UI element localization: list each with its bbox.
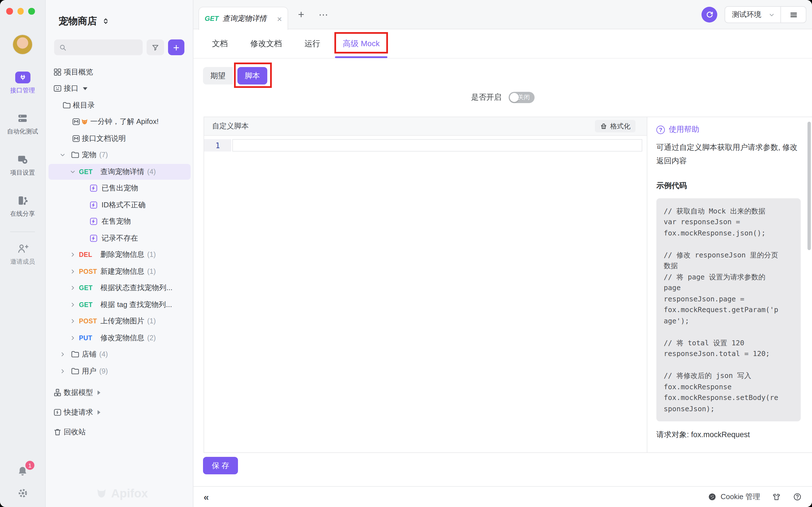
tree-row[interactable]: 接口 (46, 80, 193, 97)
tree-row[interactable]: 记录不存在 (46, 230, 193, 246)
item-count: (4) (147, 168, 156, 176)
filter-icon (151, 43, 160, 52)
sync-icon (705, 10, 714, 19)
tree-row[interactable]: POST上传宠物图片(1) (46, 313, 193, 330)
caret-right-icon (98, 390, 100, 395)
tree-row[interactable]: 根目录 (46, 97, 193, 114)
sync-button[interactable] (702, 7, 717, 22)
window-controls (0, 0, 45, 14)
add-new-button[interactable]: + (168, 40, 185, 55)
tree-item-label: 数据模型 (64, 388, 100, 398)
doc-tab-高级 Mock[interactable]: 高级 Mock (343, 29, 380, 58)
tree-row[interactable]: PUT修改宠物信息(2) (46, 330, 193, 346)
tab-more-button[interactable]: ⋯ (315, 0, 332, 29)
doc-tab-文档[interactable]: 文档 (212, 29, 228, 58)
environment-select[interactable]: 测试环境 (725, 6, 781, 23)
tree-row[interactable]: 店铺(4) (46, 346, 193, 363)
chevron-down-icon[interactable] (70, 169, 75, 175)
tree-item-label: 删除宠物信息(1) (100, 250, 156, 260)
new-tab-button[interactable]: + (294, 0, 308, 29)
request-tab[interactable]: GET 查询宠物详情 × (199, 7, 288, 30)
close-tab-icon[interactable]: × (277, 14, 282, 23)
enable-toggle[interactable]: 关闭 (508, 92, 534, 103)
current-line[interactable] (232, 139, 642, 152)
method-badge: GET (79, 301, 93, 308)
chevron-right-icon[interactable] (70, 302, 75, 307)
tree-item-label: 根据状态查找宠物列... (100, 283, 172, 293)
format-button[interactable]: 格式化 (595, 120, 636, 132)
item-count: (1) (147, 268, 156, 276)
method-badge: PUT (79, 335, 92, 341)
user-avatar[interactable] (13, 35, 32, 54)
tree-row[interactable]: 已售出宠物 (46, 180, 193, 196)
rail-item-online-share[interactable]: 在线分享 (0, 194, 45, 218)
cubes-icon (53, 388, 62, 397)
tree-row[interactable]: GET查询宠物详情(4) (46, 163, 193, 180)
chevron-right-icon[interactable] (70, 335, 75, 341)
method-badge: DEL (79, 251, 92, 258)
settings-button[interactable] (17, 487, 29, 499)
tree-row[interactable]: POST新建宠物信息(1) (46, 263, 193, 280)
code-editor[interactable]: 1 (204, 136, 647, 452)
segment-脚本[interactable]: 脚本 (238, 67, 267, 84)
doc-tab-运行[interactable]: 运行 (305, 29, 320, 58)
collapse-sidebar-icon[interactable]: « (204, 492, 209, 502)
tree-item-label: 项目概览 (64, 67, 93, 77)
rail-item-invite[interactable]: 邀请成员 (0, 242, 45, 266)
tab-title: 查询宠物详情 (222, 13, 266, 24)
tree-row[interactable]: 在售宠物 (46, 213, 193, 230)
tree-row[interactable]: 快捷请求 (46, 402, 193, 422)
cookie-manager-button[interactable]: Cookie 管理 (708, 492, 760, 502)
help-circle-icon: ? (656, 125, 665, 134)
chevron-right-icon[interactable] (70, 269, 75, 274)
tree-row[interactable]: 接口文档说明 (46, 130, 193, 147)
mddoc-icon (71, 117, 81, 126)
chevron-right-icon[interactable] (70, 252, 75, 258)
doc-tab-修改文档[interactable]: 修改文档 (250, 29, 282, 58)
api-manage-icon (15, 71, 30, 83)
sidebar: 宠物商店 + 项目概览接口根目录一分钟，了解 Apifox!接口文档说明宠物(7… (46, 0, 193, 507)
rail-item-project-settings[interactable]: 项目设置 (0, 153, 45, 177)
project-name[interactable]: 宠物商店 (59, 15, 97, 27)
chevron-right-icon[interactable] (60, 369, 65, 374)
tree-row[interactable]: 用户(9) (46, 363, 193, 379)
project-switcher-icon[interactable] (101, 17, 110, 25)
method-badge: GET (79, 168, 93, 175)
status-bar: « Cookie 管理 (193, 486, 812, 507)
tree-row[interactable]: 一分钟，了解 Apifox! (46, 114, 193, 130)
help-scrollbar[interactable] (808, 122, 811, 250)
tree-row[interactable]: 项目概览 (46, 64, 193, 80)
tab-method-badge: GET (205, 15, 218, 22)
filter-button[interactable] (147, 40, 164, 55)
tree-row[interactable]: ID格式不正确 (46, 196, 193, 213)
tree-row[interactable]: GET根据状态查找宠物列... (46, 280, 193, 296)
tree-row[interactable]: 数据模型 (46, 383, 193, 402)
cookie-icon (708, 492, 717, 501)
toggle-knob (509, 93, 518, 102)
apibox-icon (53, 84, 62, 93)
theme-tshirt-icon[interactable] (772, 492, 781, 501)
editor-title: 自定义脚本 (212, 121, 249, 131)
help-question-icon[interactable] (793, 492, 802, 501)
segment-期望[interactable]: 期望 (203, 67, 233, 84)
minimize-window-button[interactable] (17, 8, 24, 14)
tree-row[interactable]: 宠物(7) (46, 147, 193, 163)
api-tree: 项目概览接口根目录一分钟，了解 Apifox!接口文档说明宠物(7)GET查询宠… (46, 64, 193, 442)
save-button[interactable]: 保 存 (203, 457, 238, 474)
chevron-right-icon[interactable] (70, 319, 75, 324)
tree-row[interactable]: GET根据 tag 查找宠物列... (46, 296, 193, 313)
chevron-right-icon[interactable] (70, 285, 75, 291)
zoom-window-button[interactable] (28, 8, 35, 14)
tree-row[interactable]: 回收站 (46, 422, 193, 442)
rail-item-api-manage[interactable]: 接口管理 (0, 71, 45, 94)
chevron-down-icon[interactable] (60, 152, 65, 158)
main-menu-button[interactable] (781, 6, 806, 23)
chevron-right-icon[interactable] (60, 352, 65, 357)
rail-item-automation[interactable]: 自动化测试 (0, 112, 45, 135)
tree-item-label: 新建宠物信息(1) (100, 267, 156, 277)
close-window-button[interactable] (6, 8, 13, 14)
tree-item-label: 一分钟，了解 Apifox! (90, 117, 159, 127)
notifications-button[interactable]: 1 (16, 465, 29, 478)
tree-row[interactable]: DEL删除宠物信息(1) (46, 246, 193, 263)
search-input[interactable] (70, 43, 138, 52)
